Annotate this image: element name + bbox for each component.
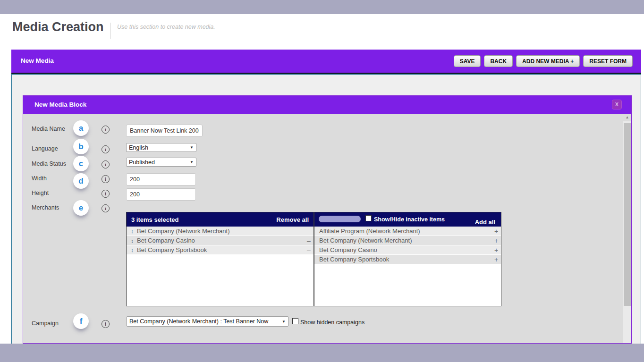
list-item-label: Affiliate Program (Network Merchant): [314, 227, 491, 235]
media-status-select-value: Published: [129, 159, 188, 166]
list-item[interactable]: Affiliate Program (Network Merchant) +: [314, 227, 501, 236]
chevron-down-icon: ▼: [282, 320, 286, 324]
show-hidden-campaigns-checkbox[interactable]: [292, 318, 298, 324]
available-merchants-rows: Affiliate Program (Network Merchant) + B…: [314, 227, 501, 264]
panel-title: New Media Block: [34, 101, 86, 108]
top-frame-strip: [0, 0, 644, 14]
page-subtitle: Use this section to create new media.: [117, 24, 215, 30]
new-media-block-panel: New Media Block X Media Name a i Languag…: [23, 95, 632, 344]
badge-a: a: [73, 120, 89, 136]
height-input[interactable]: [126, 188, 196, 201]
scroll-up-icon[interactable]: ▲: [623, 114, 631, 121]
remove-item-icon[interactable]: –: [304, 237, 314, 244]
width-input[interactable]: [126, 173, 196, 185]
toolbar-title: New Media: [21, 57, 54, 64]
remove-item-icon[interactable]: –: [304, 227, 314, 235]
list-item-label: Bet Company (Network Merchant): [314, 237, 491, 244]
show-hide-inactive-checkbox[interactable]: [365, 215, 372, 221]
badge-e: e: [73, 200, 89, 216]
add-item-icon[interactable]: +: [491, 256, 501, 263]
list-item-label: Bet Company Sportsbook: [136, 246, 304, 253]
new-media-toolbar: New Media SAVE BACK ADD NEW MEDIA + RESE…: [11, 50, 641, 73]
merchants-label: Merchants: [32, 204, 59, 211]
available-merchants-header: Show/Hide inactive items Add all: [314, 212, 501, 227]
selected-count-label: 3 items selected: [131, 216, 178, 223]
badge-f: f: [73, 313, 89, 329]
media-status-info-icon[interactable]: i: [102, 160, 110, 168]
save-button[interactable]: SAVE: [454, 55, 481, 67]
list-item-label: Bet Company Sportsbook: [314, 256, 491, 263]
add-new-media-button[interactable]: ADD NEW MEDIA +: [516, 55, 580, 67]
media-name-label: Media Name: [32, 126, 65, 132]
show-hide-inactive-label: Show/Hide inactive items: [374, 216, 445, 223]
height-label: Height: [32, 190, 49, 196]
reset-form-button[interactable]: RESET FORM: [583, 55, 633, 67]
show-hidden-campaigns-label: Show hidden campaigns: [300, 319, 364, 326]
badge-d: d: [73, 173, 89, 189]
chevron-down-icon: ▼: [190, 145, 194, 150]
language-info-icon[interactable]: i: [102, 145, 110, 153]
list-item-label: Bet Company (Network Merchant): [136, 227, 304, 235]
width-label: Width: [32, 175, 47, 182]
language-label: Language: [32, 145, 58, 152]
campaign-value-prefix: Bet: [129, 318, 140, 325]
drag-handle-icon[interactable]: ↕: [128, 228, 136, 234]
back-button[interactable]: BACK: [484, 55, 513, 67]
campaign-value-underlined: Company: [140, 318, 165, 325]
language-select-value: English: [129, 144, 188, 151]
campaign-label: Campaign: [32, 320, 59, 327]
list-item[interactable]: ↕ Bet Company Sportsbook –: [127, 245, 314, 255]
selected-merchants-header: 3 items selected Remove all: [127, 212, 314, 227]
language-select[interactable]: English ▼: [126, 143, 196, 152]
list-item-label: Bet Company Casino: [314, 246, 491, 253]
media-status-label: Media Status: [32, 160, 66, 167]
width-info-icon[interactable]: i: [102, 175, 110, 183]
badge-b: b: [73, 139, 89, 154]
add-item-icon[interactable]: +: [491, 246, 501, 254]
panel-header: New Media Block X: [23, 96, 631, 114]
page-title: Media Creation: [12, 20, 104, 34]
title-divider: [110, 23, 111, 39]
list-item[interactable]: ↕ Bet Company (Network Merchant) –: [127, 227, 314, 236]
list-item-label: Bet Company Casino: [136, 237, 304, 244]
height-info-icon[interactable]: i: [102, 190, 110, 198]
campaign-select-value: Bet Company (Network Merchant) : Test Ba…: [129, 318, 280, 325]
list-item[interactable]: Bet Company Sportsbook +: [314, 255, 501, 264]
drag-handle-icon[interactable]: ↕: [128, 238, 136, 244]
list-item[interactable]: Bet Company Casino +: [314, 245, 501, 255]
badge-c: c: [73, 156, 89, 171]
add-item-icon[interactable]: +: [491, 237, 501, 244]
list-item[interactable]: Bet Company (Network Merchant) +: [314, 236, 501, 245]
selected-merchants-list: 3 items selected Remove all ↕ Bet Compan…: [126, 212, 314, 306]
toolbar-buttons: SAVE BACK ADD NEW MEDIA + RESET FORM: [454, 55, 633, 67]
media-name-info-icon[interactable]: i: [102, 126, 110, 134]
campaign-value-suffix: (Network Merchant) : Test Banner Now: [165, 318, 269, 325]
bottom-frame-strip: [0, 344, 644, 362]
remove-all-link[interactable]: Remove all: [276, 216, 309, 223]
panel-scrollbar[interactable]: ▲: [623, 114, 631, 344]
list-item[interactable]: ↕ Bet Company Casino –: [127, 236, 314, 245]
add-item-icon[interactable]: +: [491, 227, 501, 235]
add-all-link[interactable]: Add all: [475, 219, 495, 226]
available-merchants-list: Show/Hide inactive items Add all Affilia…: [314, 212, 501, 306]
drag-handle-icon[interactable]: ↕: [128, 247, 136, 253]
selected-merchants-rows: ↕ Bet Company (Network Merchant) – ↕ Bet…: [127, 227, 314, 255]
merchant-filter-input[interactable]: [319, 216, 361, 222]
chevron-down-icon: ▼: [190, 160, 194, 164]
media-status-select[interactable]: Published ▼: [126, 158, 196, 167]
campaign-info-icon[interactable]: i: [102, 320, 110, 328]
close-icon[interactable]: X: [612, 100, 622, 109]
campaign-select[interactable]: Bet Company (Network Merchant) : Test Ba…: [127, 316, 288, 327]
remove-item-icon[interactable]: –: [304, 246, 314, 254]
media-name-input[interactable]: [126, 125, 203, 137]
screen: Media Creation Use this section to creat…: [0, 0, 644, 362]
merchants-info-icon[interactable]: i: [102, 204, 110, 212]
scrollbar-thumb[interactable]: [624, 123, 631, 306]
